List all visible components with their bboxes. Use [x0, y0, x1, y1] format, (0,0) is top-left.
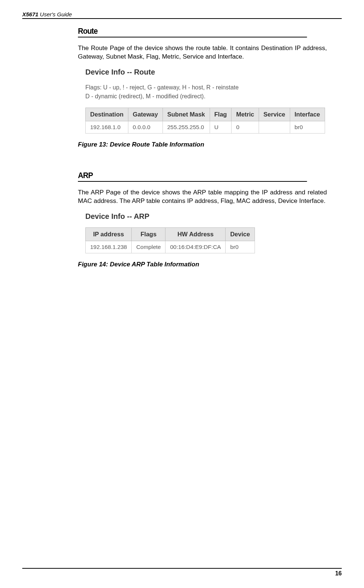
route-th-interface: Interface: [290, 108, 325, 121]
route-th-service: Service: [259, 108, 290, 121]
arp-td-flags: Complete: [132, 241, 165, 253]
route-th-flag: Flag: [210, 108, 232, 121]
page-number: 16: [22, 568, 342, 577]
arp-th-ip: IP address: [86, 227, 132, 241]
route-th-gateway: Gateway: [128, 108, 163, 121]
arp-td-hw: 00:16:D4:E9:DF:CA: [165, 241, 226, 253]
table-row: 192.168.1.0 0.0.0.0 255.255.255.0 U 0 br…: [86, 121, 325, 133]
route-table: Destination Gateway Subnet Mask Flag Met…: [85, 108, 325, 134]
route-flags-legend: Flags: U - up, ! - reject, G - gateway, …: [85, 83, 327, 101]
arp-section-title: ARP: [78, 171, 307, 182]
header-model: X5671: [22, 11, 38, 17]
route-td-interface: br0: [290, 121, 325, 133]
header-guide: User's Guide: [38, 11, 72, 17]
route-th-subnet: Subnet Mask: [163, 108, 210, 121]
route-td-destination: 192.168.1.0: [86, 121, 128, 133]
route-body-text: The Route Page of the device shows the r…: [78, 44, 327, 61]
route-td-subnet: 255.255.255.0: [163, 121, 210, 133]
route-figure-caption: Figure 13: Device Route Table Informatio…: [78, 141, 327, 148]
route-td-metric: 0: [232, 121, 259, 133]
route-shot-title: Device Info -- Route: [85, 68, 327, 76]
arp-th-device: Device: [226, 227, 255, 241]
arp-body-text: The ARP Page of the device shows the ARP…: [78, 188, 327, 206]
route-th-destination: Destination: [86, 108, 128, 121]
route-td-gateway: 0.0.0.0: [128, 121, 163, 133]
route-section-title: Route: [78, 26, 307, 37]
arp-figure-caption: Figure 14: Device ARP Table Information: [78, 261, 327, 268]
arp-th-hw: HW Address: [165, 227, 226, 241]
route-th-metric: Metric: [232, 108, 259, 121]
page-header: X5671 User's Guide: [22, 11, 342, 19]
arp-td-ip: 192.168.1.238: [86, 241, 132, 253]
arp-table: IP address Flags HW Address Device 192.1…: [85, 227, 255, 253]
arp-screenshot: Device Info -- ARP IP address Flags HW A…: [85, 212, 327, 253]
route-flags-line1: Flags: U - up, ! - reject, G - gateway, …: [85, 84, 239, 91]
arp-td-device: br0: [226, 241, 255, 253]
route-td-flag: U: [210, 121, 232, 133]
table-row: 192.168.1.238 Complete 00:16:D4:E9:DF:CA…: [86, 241, 255, 253]
arp-th-flags: Flags: [132, 227, 165, 241]
route-screenshot: Device Info -- Route Flags: U - up, ! - …: [85, 68, 327, 134]
route-flags-line2: D - dynamic (redirect), M - modified (re…: [85, 93, 206, 99]
route-td-service: [259, 121, 290, 133]
arp-shot-title: Device Info -- ARP: [85, 212, 327, 221]
